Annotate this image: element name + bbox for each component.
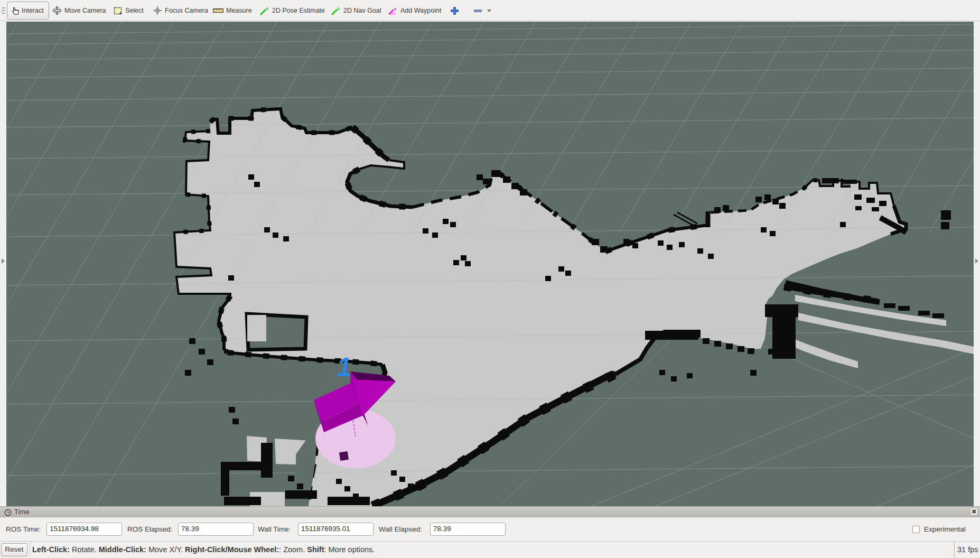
svg-text:1: 1 [337,352,351,382]
